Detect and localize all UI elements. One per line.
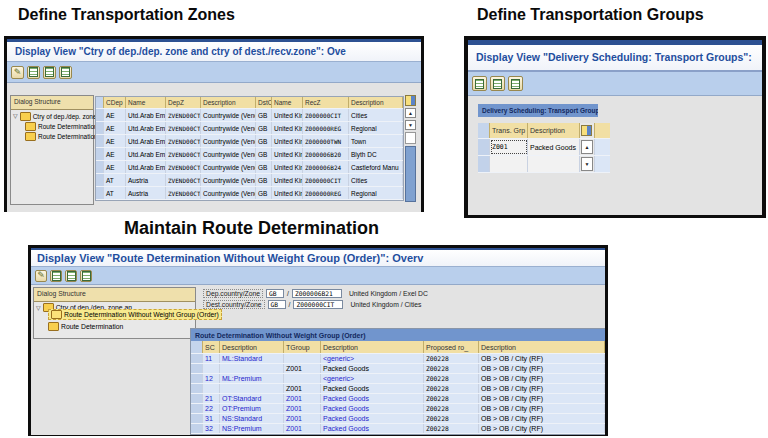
table-row[interactable]: Z001Packed GoodsZ00228OB > OB / City (RF… — [191, 364, 605, 374]
table-row[interactable]: 12ML:Premium<generic>Z00228OB > OB / Cit… — [191, 374, 605, 384]
table-list-icon[interactable] — [65, 270, 77, 282]
table-row[interactable]: 32NS:PremiumZ001Packed GoodsZ00228OB > O… — [191, 424, 605, 434]
table-list-icon[interactable] — [490, 76, 505, 91]
display-change-icon[interactable]: ✎ — [11, 66, 24, 79]
table-row[interactable]: 22OT:PremiumZ001Packed GoodsZ00228OB > O… — [191, 404, 605, 414]
column-header[interactable]: Description — [220, 341, 284, 353]
row-selector[interactable] — [96, 161, 104, 173]
column-header[interactable]: Name — [272, 97, 303, 108]
expander-icon[interactable]: ▽ — [36, 305, 41, 311]
row-selector[interactable] — [96, 174, 104, 186]
table-row[interactable]: AEUtd.Arab Emir.ZVEND00CTWCountrywide (V… — [96, 161, 403, 174]
table-cell: ZVEND00CTW — [166, 148, 201, 160]
dep-country-field[interactable]: GB — [266, 289, 284, 298]
scrollbar-thumb[interactable] — [405, 132, 416, 144]
row-selector[interactable] — [478, 156, 490, 172]
scroll-down-icon[interactable]: ▼ — [581, 157, 593, 171]
table-cell: Z00228 — [424, 364, 479, 373]
tree-item-route-determination[interactable]: Route Determination — [36, 322, 195, 331]
row-selector[interactable] — [96, 187, 104, 199]
table-row[interactable]: ATAustriaZVEND00CTWCountrywide (Vendor)G… — [96, 174, 403, 187]
table-row[interactable]: Z001 Packed Goods ▲ — [478, 139, 610, 156]
table-header-row: CDepNameDepZDescriptionDstCNameRecZDescr… — [96, 97, 403, 109]
table-list-icon[interactable] — [27, 66, 40, 79]
description-cell: Packed Goods — [528, 139, 580, 155]
row-selector[interactable] — [191, 394, 203, 403]
table-list-icon[interactable] — [80, 270, 92, 282]
folder-icon — [25, 132, 36, 141]
column-header[interactable]: DstC — [256, 97, 272, 108]
column-header[interactable]: Description — [349, 97, 403, 108]
scroll-up-icon[interactable]: ▲ — [405, 108, 416, 118]
table-row[interactable]: Z001Packed GoodsZ00228OB > OB / City (RF… — [191, 384, 605, 394]
column-header[interactable]: Description — [321, 341, 424, 353]
column-header[interactable]: Proposed ro_ — [424, 341, 479, 353]
dest-zone-field[interactable]: Z000000CIT — [293, 300, 343, 309]
table-row[interactable]: AEUtd.Arab Emir.ZVEND00CTWCountrywide (V… — [96, 109, 403, 122]
trans-grp-cell[interactable] — [490, 156, 528, 172]
column-header[interactable]: Description — [201, 97, 256, 108]
column-header[interactable]: Trans. Grp — [490, 123, 528, 138]
table-cell: ML:Standard — [220, 354, 284, 363]
table-cell: Z00228 — [424, 424, 479, 433]
dep-zone-field[interactable]: Z000006B21 — [292, 289, 342, 298]
display-change-icon[interactable]: ✎ — [35, 270, 47, 282]
table-row[interactable]: AEUtd.Arab Emir.ZVEND00CTWCountrywide (V… — [96, 148, 403, 161]
table-list-icon[interactable] — [508, 76, 523, 91]
row-selector[interactable] — [191, 424, 203, 433]
table-cell: Countrywide (Vendor) — [201, 109, 256, 121]
table-config-icon[interactable] — [581, 125, 592, 136]
table-row[interactable]: AEUtd.Arab Emir.ZVEND00CTWCountrywide (V… — [96, 122, 403, 135]
table-row[interactable]: ATAustriaZVEND00CTWCountrywide (Vendor)G… — [96, 187, 403, 200]
row-selector[interactable] — [96, 122, 104, 134]
row-selector[interactable] — [191, 364, 203, 373]
column-header[interactable]: DepZ — [166, 97, 201, 108]
column-header[interactable]: CDep — [104, 97, 126, 108]
table-config-icon[interactable] — [405, 95, 416, 106]
folder-icon — [25, 122, 36, 131]
tree-item-root[interactable]: ▽ Ctry of dep./dep. zone an — [13, 111, 93, 121]
table-row[interactable]: AEUtd.Arab Emir.ZVEND00CTWCountrywide (V… — [96, 135, 403, 148]
column-header[interactable]: RecZ — [303, 97, 349, 108]
tree-item-selected-route-determination[interactable]: Route Determination Without Weight Group… — [48, 309, 222, 320]
window-title: Display View "Route Determination Withou… — [31, 250, 605, 267]
expander-icon[interactable]: ▽ — [13, 113, 18, 119]
row-selector[interactable] — [191, 354, 203, 363]
table-row[interactable]: 21OT:StandardZ001Packed GoodsZ00228OB > … — [191, 394, 605, 404]
row-selector[interactable] — [96, 109, 104, 121]
tree-item-route-determination[interactable]: Route Determination — [13, 131, 93, 141]
column-header[interactable]: Description — [479, 341, 605, 353]
table-row-empty[interactable]: ▼ — [478, 156, 610, 173]
column-header[interactable]: Name — [126, 97, 166, 108]
scroll-up-icon[interactable]: ▲ — [581, 140, 593, 154]
row-selector[interactable] — [191, 374, 203, 383]
scrollbar-track[interactable] — [405, 146, 416, 202]
table-list-icon[interactable] — [50, 270, 62, 282]
table-cell: OT:Premium — [220, 404, 284, 413]
column-header[interactable]: Description — [528, 123, 580, 138]
table-list-icon[interactable] — [43, 66, 56, 79]
row-selector[interactable] — [191, 384, 203, 393]
scroll-down-icon[interactable]: ▼ — [405, 120, 416, 130]
table-list-icon[interactable] — [472, 76, 487, 91]
application-toolbar: ✎ — [7, 62, 421, 83]
table-cell: OB > OB / City (RF) — [479, 364, 605, 373]
row-selector[interactable] — [191, 404, 203, 413]
dest-country-field[interactable]: GB — [268, 300, 286, 309]
table-row[interactable]: 11ML:Standard<generic>Z00228OB > OB / Ci… — [191, 354, 605, 364]
row-selector[interactable] — [96, 135, 104, 147]
table-cell: Utd.Arab Emir. — [126, 122, 166, 134]
trans-grp-cell[interactable]: Z001 — [490, 139, 528, 155]
row-selector[interactable] — [96, 148, 104, 160]
table-list-icon[interactable] — [59, 66, 72, 79]
column-header[interactable]: TGroup — [284, 341, 321, 353]
row-selector[interactable] — [191, 414, 203, 423]
sheet-icon — [82, 271, 91, 281]
table-row[interactable]: 31NS:StandardZ001Packed GoodsZ00228OB > … — [191, 414, 605, 424]
table-cell: Utd.Arab Emir. — [126, 135, 166, 147]
row-selector[interactable] — [478, 139, 490, 155]
tree-item-route-determination[interactable]: Route Determination — [13, 121, 93, 131]
column-header[interactable]: SC — [203, 341, 220, 353]
table-cell: OB > OB / City (RF) — [479, 394, 605, 403]
tree-item-label: Route Determination — [38, 123, 98, 130]
